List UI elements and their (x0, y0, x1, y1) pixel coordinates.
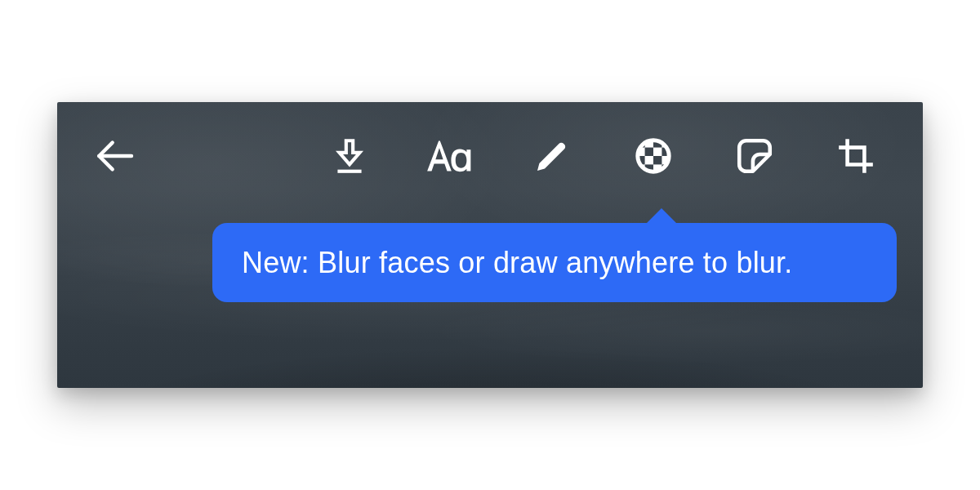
blur-feature-tooltip: New: Blur faces or draw anywhere to blur… (212, 223, 897, 302)
pen-icon (532, 136, 572, 176)
editor-toolbar (57, 102, 923, 190)
svg-rect-6 (645, 148, 653, 156)
back-arrow-icon (91, 133, 137, 179)
back-button[interactable] (80, 122, 149, 190)
text-tool-button[interactable] (416, 122, 485, 190)
crop-tool-button[interactable] (822, 122, 890, 190)
text-icon (424, 136, 478, 176)
sticker-tool-button[interactable] (720, 122, 789, 190)
blur-tool-button[interactable] (619, 122, 688, 190)
tooltip-arrow-icon (645, 208, 678, 225)
download-icon (329, 136, 370, 176)
sticker-icon (734, 136, 775, 176)
save-button[interactable] (315, 122, 384, 190)
svg-rect-9 (653, 156, 662, 164)
blur-checker-icon (633, 136, 674, 176)
toolbar-tools (315, 122, 900, 190)
draw-tool-button[interactable] (518, 122, 586, 190)
crop-icon (835, 136, 876, 176)
editor-preview-panel: New: Blur faces or draw anywhere to blur… (57, 102, 923, 388)
tooltip-text: New: Blur faces or draw anywhere to blur… (242, 246, 793, 279)
